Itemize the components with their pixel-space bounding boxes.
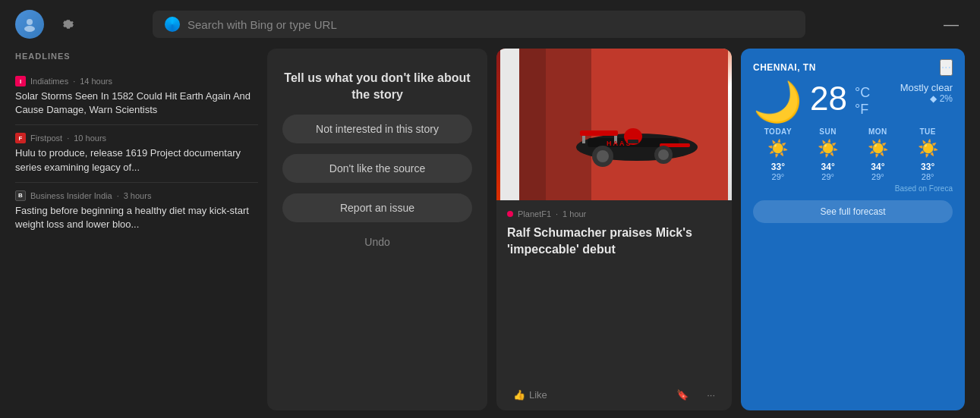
news-item-1[interactable]: I Indiatimes · 14 hours Solar Storms See… <box>15 68 258 125</box>
news-time-label-1: 14 hours <box>80 77 112 86</box>
weather-desc-text: Mostly clear <box>900 82 953 93</box>
weather-more-button[interactable]: ··· <box>940 59 953 76</box>
forecast-today-low: 29° <box>753 172 803 181</box>
svg-point-16 <box>658 149 669 160</box>
story-title: Ralf Schumacher praises Mick's 'impeccab… <box>496 222 732 266</box>
headlines-title: HEADLINES <box>15 49 258 61</box>
news-source-1: Indiatimes <box>30 77 68 86</box>
news-dot-2: · <box>67 134 69 143</box>
svg-rect-5 <box>500 49 519 200</box>
celsius-label: °C <box>855 85 870 102</box>
minimize-button[interactable]: — <box>937 13 965 36</box>
feedback-card: Tell us what you don't like about the st… <box>267 49 487 410</box>
weather-temperature: 28 <box>810 82 847 115</box>
story-actions: 👍 Like 🔖 ··· <box>496 379 732 410</box>
moon-icon: 🌙 <box>753 82 802 121</box>
forecast-today-high: 33° <box>753 162 803 172</box>
weather-panel: CHENNAI, TN ··· 🌙 28 °C °F Mostly clear … <box>741 49 965 410</box>
settings-button[interactable] <box>56 12 80 36</box>
svg-rect-8 <box>580 130 618 136</box>
svg-rect-18 <box>628 140 638 143</box>
not-interested-button[interactable]: Not interested in this story <box>282 115 472 143</box>
news-meta-3: B Business Insider India · 3 hours <box>15 190 258 201</box>
forecast-sun: SUN ☀️ 34° 29° <box>803 127 853 181</box>
story-time: 1 hour <box>562 209 586 218</box>
headlines-panel: HEADLINES I Indiatimes · 14 hours Solar … <box>15 49 258 410</box>
forecast-today-label: TODAY <box>753 127 803 136</box>
forecast-mon-icon: ☀️ <box>853 139 903 159</box>
forecast-mon-label: MON <box>853 127 903 136</box>
planet-dot-icon <box>507 211 513 217</box>
weather-header: CHENNAI, TN ··· <box>753 59 953 76</box>
like-button[interactable]: 👍 Like <box>507 385 553 404</box>
news-source-2: Firstpost <box>30 134 62 143</box>
indiatimes-icon: I <box>15 76 26 86</box>
forecast-tue: TUE ☀️ 33° 28° <box>903 127 953 181</box>
svg-point-0 <box>27 19 33 25</box>
topbar: Search with Bing or type URL — <box>0 0 980 49</box>
weather-main: 🌙 28 °C °F Mostly clear ◆ 2% <box>753 82 953 121</box>
news-meta-2: F Firstpost · 10 hours <box>15 133 258 143</box>
like-label: Like <box>529 389 547 401</box>
full-forecast-button[interactable]: See full forecast <box>753 200 953 223</box>
more-options-button[interactable]: ··· <box>701 385 721 404</box>
news-headline-1: Solar Storms Seen In 1582 Could Hit Eart… <box>15 90 258 117</box>
bookmark-button[interactable]: 🔖 <box>670 385 695 404</box>
weather-location: CHENNAI, TN <box>753 62 816 73</box>
search-input[interactable]: Search with Bing or type URL <box>187 18 337 31</box>
avatar[interactable] <box>15 10 44 39</box>
forecast-row: TODAY ☀️ 33° 29° SUN ☀️ 34° 29° MON ☀️ 3… <box>753 127 953 181</box>
svg-point-14 <box>597 150 609 162</box>
forecast-mon-low: 29° <box>853 172 903 181</box>
news-headline-3: Fasting before beginning a healthy diet … <box>15 204 258 231</box>
more-dots-icon: ··· <box>707 389 715 401</box>
news-dot-3: · <box>117 191 119 200</box>
forecast-mon: MON ☀️ 34° 29° <box>853 127 903 181</box>
fahrenheit-label: °F <box>855 102 870 118</box>
forecast-sun-low: 29° <box>803 172 853 181</box>
news-item-2[interactable]: F Firstpost · 10 hours Hulu to produce, … <box>15 125 258 182</box>
undo-button[interactable]: Undo <box>364 236 389 248</box>
forecast-tue-icon: ☀️ <box>903 139 953 159</box>
dont-like-source-button[interactable]: Don't like the source <box>282 154 472 183</box>
forecast-sun-label: SUN <box>803 127 853 136</box>
forecast-source: Based on Foreca <box>753 184 953 193</box>
weather-precip: ◆ 2% <box>900 93 953 104</box>
report-issue-button[interactable]: Report an issue <box>282 193 472 222</box>
thumbs-up-icon: 👍 <box>513 389 525 401</box>
news-source-3: Business Insider India <box>30 191 112 200</box>
center-panel: Tell us what you don't like about the st… <box>267 49 965 410</box>
forecast-tue-low: 28° <box>903 172 953 181</box>
firstpost-icon: F <box>15 133 26 143</box>
weather-unit: °C °F <box>855 85 870 118</box>
weather-description: Mostly clear ◆ 2% <box>900 82 953 104</box>
search-bar[interactable]: Search with Bing or type URL <box>153 11 805 38</box>
main-content: HEADLINES I Indiatimes · 14 hours Solar … <box>0 49 980 418</box>
feedback-title: Tell us what you don't like about the st… <box>282 70 472 104</box>
story-meta: PlanetF1 · 1 hour <box>496 200 732 222</box>
story-dot: · <box>556 209 558 218</box>
story-card[interactable]: HAAS PlanetF1 · 1 hour Ralf Schumacher p… <box>496 49 732 410</box>
forecast-mon-high: 34° <box>853 162 903 172</box>
svg-rect-9 <box>582 136 585 143</box>
news-headline-2: Hulu to produce, release 1619 Project do… <box>15 146 258 174</box>
businessinsider-icon: B <box>15 190 26 201</box>
svg-point-1 <box>24 26 35 32</box>
story-image: HAAS <box>496 49 732 200</box>
forecast-tue-high: 33° <box>903 162 953 172</box>
forecast-today-icon: ☀️ <box>753 139 803 159</box>
news-time-1: · <box>73 77 75 86</box>
forecast-tue-label: TUE <box>903 127 953 136</box>
news-item-3[interactable]: B Business Insider India · 3 hours Fasti… <box>15 183 258 239</box>
story-source: PlanetF1 <box>518 209 551 218</box>
bookmark-icon: 🔖 <box>676 389 689 401</box>
news-meta-1: I Indiatimes · 14 hours <box>15 76 258 86</box>
edge-logo-icon <box>165 17 180 32</box>
news-time-label-2: 10 hours <box>74 134 106 143</box>
news-time-label-3: 3 hours <box>124 191 152 200</box>
forecast-sun-high: 34° <box>803 162 853 172</box>
forecast-sun-icon: ☀️ <box>803 139 853 159</box>
forecast-today: TODAY ☀️ 33° 29° <box>753 127 803 181</box>
